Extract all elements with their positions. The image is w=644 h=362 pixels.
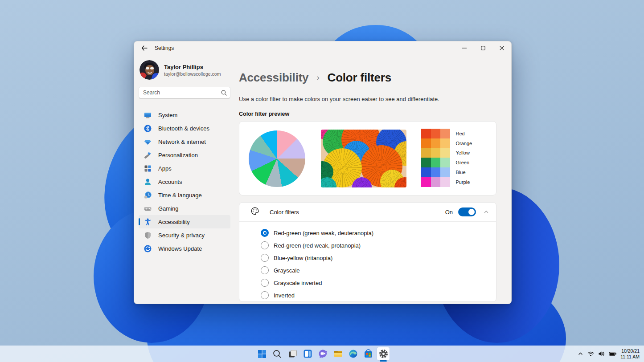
radio-button[interactable]	[261, 291, 269, 299]
radio-button[interactable]	[261, 266, 269, 274]
swatch-label-yellow: Yellow	[456, 148, 472, 158]
swatch-red	[431, 129, 441, 138]
pinwheel-photo-preview	[321, 130, 406, 187]
swatch-green	[431, 158, 441, 167]
breadcrumb-separator-icon: ›	[316, 73, 319, 82]
network-icon	[144, 138, 152, 146]
volume-icon[interactable]	[598, 351, 605, 357]
close-button[interactable]	[492, 41, 511, 55]
filter-option-label: Red-green (green weak, deuteranopia)	[274, 230, 373, 236]
swatch-purple	[431, 177, 441, 187]
back-button[interactable]	[139, 43, 150, 53]
radio-button[interactable]	[261, 241, 269, 249]
swatch-orange	[440, 138, 450, 148]
swatch-green	[421, 158, 431, 167]
wifi-icon[interactable]	[587, 351, 594, 357]
file-explorer-icon[interactable]	[332, 347, 344, 360]
battery-icon[interactable]	[609, 351, 616, 356]
user-name: Taylor Phillips	[164, 64, 221, 70]
store-icon[interactable]	[362, 347, 374, 360]
sidebar-nav: SystemBluetooth & devicesNetwork & inter…	[139, 108, 230, 255]
swatch-grid	[421, 129, 450, 187]
apps-icon	[144, 164, 152, 173]
search-taskbar-icon[interactable]	[271, 347, 283, 360]
filter-option-label: Red-green (red weak, protanopia)	[274, 242, 361, 249]
filter-option-label: Grayscale inverted	[274, 280, 322, 286]
filter-options: Red-green (green weak, deuteranopia)Red-…	[239, 222, 496, 301]
sidebar-item-apps[interactable]: Apps	[139, 162, 230, 175]
swatch-purple	[421, 177, 431, 187]
swatch-label-purple: Purple	[456, 177, 472, 187]
widgets-icon[interactable]	[301, 347, 314, 360]
start-icon[interactable]	[256, 347, 268, 360]
swatch-yellow	[440, 148, 450, 158]
main-content: Accessibility › Color filters Use a colo…	[235, 55, 512, 304]
color-filter-preview-card: RedOrangeYellowGreenBluePurple	[239, 121, 496, 195]
sidebar-item-accessibility[interactable]: Accessibility	[139, 215, 230, 228]
page-title: Color filters	[328, 71, 391, 84]
radio-button[interactable]	[261, 279, 269, 287]
teams-chat-icon[interactable]	[316, 347, 329, 360]
sidebar-item-label: Personalization	[158, 152, 198, 159]
sidebar-item-bluetooth-devices[interactable]: Bluetooth & devices	[139, 122, 230, 135]
minimize-button[interactable]	[455, 41, 474, 55]
pie-chart-preview	[249, 130, 305, 187]
tray-chevron-up-icon[interactable]	[578, 351, 583, 357]
radio-button[interactable]	[261, 229, 269, 237]
time-language-icon	[144, 191, 152, 199]
filter-option-blue-yellow-tritanopia[interactable]: Blue-yellow (tritanopia)	[239, 252, 496, 264]
filter-option-label: Grayscale	[274, 267, 300, 274]
accessibility-icon	[144, 218, 152, 226]
sidebar-item-accounts[interactable]: Accounts	[139, 175, 230, 188]
taskbar: 10/20/21 11:11 AM	[0, 346, 644, 362]
filter-option-grayscale[interactable]: Grayscale	[239, 264, 496, 277]
sidebar-item-windows-update[interactable]: Windows Update	[139, 242, 230, 255]
sidebar-item-label: Network & internet	[158, 138, 206, 145]
preview-label: Color filter preview	[239, 111, 496, 117]
security-icon	[144, 231, 152, 240]
swatch-yellow	[431, 148, 441, 158]
titlebar: Settings	[134, 41, 511, 55]
sidebar-item-security-privacy[interactable]: Security & privacy	[139, 228, 230, 242]
swatch-purple	[440, 177, 450, 187]
tray-date: 10/20/21	[620, 348, 640, 354]
sidebar-item-system[interactable]: System	[139, 108, 230, 122]
system-tray: 10/20/21 11:11 AM	[578, 346, 640, 362]
swatch-label-orange: Orange	[456, 138, 472, 148]
filter-option-grayscale-inverted[interactable]: Grayscale inverted	[239, 277, 496, 289]
color-filters-header: Color filters On	[239, 203, 496, 222]
sidebar-item-label: Bluetooth & devices	[158, 125, 209, 132]
settings-icon[interactable]	[377, 347, 390, 360]
color-filters-state: On	[445, 209, 453, 216]
taskbar-clock[interactable]: 10/20/21 11:11 AM	[620, 348, 640, 360]
search-input[interactable]	[139, 87, 230, 98]
filter-option-label: Blue-yellow (tritanopia)	[274, 255, 332, 261]
sidebar-item-gaming[interactable]: Gaming	[139, 202, 230, 215]
edge-icon[interactable]	[347, 347, 359, 360]
chevron-up-icon[interactable]	[484, 209, 489, 215]
sidebar-item-label: Windows Update	[158, 245, 202, 252]
sidebar: Taylor Phillips taylor@bellowscollege.co…	[134, 55, 235, 304]
user-profile[interactable]: Taylor Phillips taylor@bellowscollege.co…	[139, 60, 230, 80]
gaming-icon	[144, 204, 152, 213]
swatch-label-blue: Blue	[456, 167, 472, 177]
sidebar-item-label: Time & language	[158, 192, 202, 199]
filter-option-red-green-red-weak-protanopia[interactable]: Red-green (red weak, protanopia)	[239, 239, 496, 252]
task-view-icon[interactable]	[286, 347, 299, 360]
search-box	[139, 87, 230, 98]
filter-option-red-green-green-weak-deuteranopia[interactable]: Red-green (green weak, deuteranopia)	[239, 227, 496, 239]
breadcrumb-parent[interactable]: Accessibility	[239, 71, 308, 84]
swatch-orange	[421, 138, 431, 148]
sidebar-item-network-internet[interactable]: Network & internet	[139, 135, 230, 148]
personalization-icon	[144, 151, 152, 159]
bluetooth-icon	[144, 124, 152, 133]
sidebar-item-time-language[interactable]: Time & language	[139, 188, 230, 202]
sidebar-item-label: Gaming	[158, 205, 179, 212]
maximize-button[interactable]	[474, 41, 492, 55]
sidebar-item-personalization[interactable]: Personalization	[139, 148, 230, 162]
swatch-labels: RedOrangeYellowGreenBluePurple	[456, 129, 472, 187]
filter-option-inverted[interactable]: Inverted	[239, 289, 496, 301]
radio-button[interactable]	[261, 254, 269, 262]
window-title: Settings	[155, 45, 174, 51]
color-filters-toggle[interactable]	[458, 207, 476, 216]
